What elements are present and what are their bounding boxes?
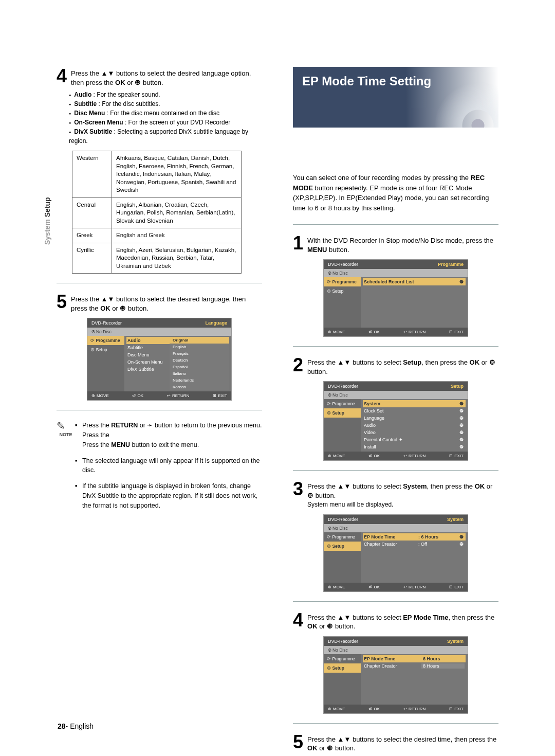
row-central: CentralEnglish, Albanian, Croatian, Czec… xyxy=(72,197,242,228)
region-table-wrap: WesternAfrikaans, Basque, Catalan, Danis… xyxy=(57,151,262,274)
note-item: If the subtitle language is displayed in… xyxy=(75,481,262,510)
right-step-5: 5 Press the ▲▼ buttons to select the des… xyxy=(293,733,498,753)
osd-subheader: No Disc xyxy=(87,328,231,336)
osd-programme: DVD-RecorderProgramme No Disc ProgrammeS… xyxy=(323,259,468,337)
step-number: 4 xyxy=(293,611,303,629)
divider xyxy=(293,723,498,724)
updown-icon: ▲▼ xyxy=(338,614,351,621)
note-icon-wrap: ✎ NOTE xyxy=(57,421,75,516)
bullet-divx: DivX Subtitle : Selecting a supported Di… xyxy=(69,127,262,146)
right-step-2: 2 Press the ▲▼ buttons to select Setup, … xyxy=(293,356,498,376)
osd-title: DVD-Recorder xyxy=(91,320,122,326)
divider xyxy=(57,410,262,410)
right-step-4: 4 Press the ▲▼ buttons to select EP Mode… xyxy=(293,611,498,631)
osd-side-setup: Setup xyxy=(87,345,124,354)
step-text: With the DVD Recorder in Stop mode/No Di… xyxy=(307,234,498,254)
note-item: Press the RETURN or ➛ button to return t… xyxy=(75,421,262,449)
step-number: 3 xyxy=(293,480,303,498)
note-list: Press the RETURN or ➛ button to return t… xyxy=(75,421,262,516)
osd-corner: Language xyxy=(205,320,227,326)
osd-sidebar: Programme Setup xyxy=(87,336,124,391)
step-number: 2 xyxy=(293,356,303,374)
updown-icon: ▲▼ xyxy=(338,735,351,743)
step-text: Press the ▲▼ buttons to select the desir… xyxy=(307,733,498,753)
step-number: 5 xyxy=(57,293,67,311)
step-text: Press the ▲▼ buttons to select the desir… xyxy=(71,293,262,313)
language-option-list: Audio : For the speaker sound. Subtitle … xyxy=(69,90,262,146)
right-icon: ❿ xyxy=(489,358,495,366)
osd-side-programme: Programme xyxy=(87,336,124,345)
bullet-disc-menu: Disc Menu : For the disc menu contained … xyxy=(69,109,262,118)
note-label: NOTE xyxy=(57,432,75,437)
step-number: 4 xyxy=(57,67,67,85)
updown-icon: ▲▼ xyxy=(101,295,115,303)
note-block: ✎ NOTE Press the RETURN or ➛ button to r… xyxy=(57,421,262,516)
step-text: Press the ▲▼ buttons to select the desir… xyxy=(71,67,262,87)
divider xyxy=(293,224,498,225)
divider xyxy=(57,283,262,283)
step-text: Press the ▲▼ buttons to select Setup, th… xyxy=(307,356,498,376)
divider xyxy=(293,601,498,602)
right-icon: ❿ xyxy=(327,744,333,752)
bullet-subtitle: Subtitle : For the disc subtitles. xyxy=(69,99,262,109)
row-greek: GreekEnglish and Greek xyxy=(72,228,242,243)
updown-icon: ▲▼ xyxy=(101,69,115,77)
right-column: EP Mode Time Setting You can select one … xyxy=(293,67,498,756)
osd-setup: DVD-RecorderSetup No Disc ProgrammeSetup… xyxy=(323,381,468,461)
right-icon: ❿ xyxy=(307,492,313,499)
region-table: WesternAfrikaans, Basque, Catalan, Danis… xyxy=(72,151,242,274)
right-icon: ❿ xyxy=(135,79,141,86)
section-heading: EP Mode Time Setting xyxy=(293,67,498,128)
page-footer: 28- English xyxy=(58,722,94,730)
page: 4 Press the ▲▼ buttons to select the des… xyxy=(0,0,555,756)
step-number: 1 xyxy=(293,234,303,253)
left-icon: ➛ xyxy=(147,422,153,429)
left-step-5: 5 Press the ▲▼ buttons to select the des… xyxy=(57,293,262,313)
side-tab: System Setup xyxy=(43,197,51,245)
right-step-3: 3 Press the ▲▼ buttons to select System,… xyxy=(293,480,498,509)
left-column: 4 Press the ▲▼ buttons to select the des… xyxy=(57,67,262,756)
divider xyxy=(293,346,498,347)
right-step-1: 1 With the DVD Recorder in Stop mode/No … xyxy=(293,234,498,254)
step-text: Press the ▲▼ buttons to select System, t… xyxy=(307,480,498,509)
right-icon: ❿ xyxy=(327,622,333,630)
row-western: WesternAfrikaans, Basque, Catalan, Danis… xyxy=(72,151,242,198)
osd-language: DVD-RecorderLanguage No Disc Programme S… xyxy=(87,318,232,401)
osd-system: DVD-RecorderSystem No Disc ProgrammeSetu… xyxy=(323,514,468,592)
osd-footer: MOVE OK RETURN EXIT xyxy=(87,391,231,400)
intro-text: You can select one of four recording mod… xyxy=(293,173,498,213)
right-icon: ❿ xyxy=(120,304,126,312)
divider xyxy=(293,470,498,471)
step-number: 5 xyxy=(293,733,303,751)
note-item: The selected language will only appear i… xyxy=(75,456,262,476)
updown-icon: ▲▼ xyxy=(338,482,351,490)
bullet-osd-menu: On-Screen Menu : For the screen of your … xyxy=(69,118,262,127)
bullet-audio: Audio : For the speaker sound. xyxy=(69,90,262,99)
pencil-icon: ✎ xyxy=(57,421,75,431)
step-text: Press the ▲▼ buttons to select EP Mode T… xyxy=(307,611,498,631)
row-cyrillic: CyrillicEnglish, Azeri, Belarusian, Bulg… xyxy=(72,243,242,274)
left-step-4: 4 Press the ▲▼ buttons to select the des… xyxy=(57,67,262,87)
osd-main: Audio Subtitle Disc Menu On-Screen Menu … xyxy=(124,336,231,391)
updown-icon: ▲▼ xyxy=(338,358,351,366)
osd-epmode: DVD-RecorderSystem No Disc ProgrammeSetu… xyxy=(323,636,468,714)
